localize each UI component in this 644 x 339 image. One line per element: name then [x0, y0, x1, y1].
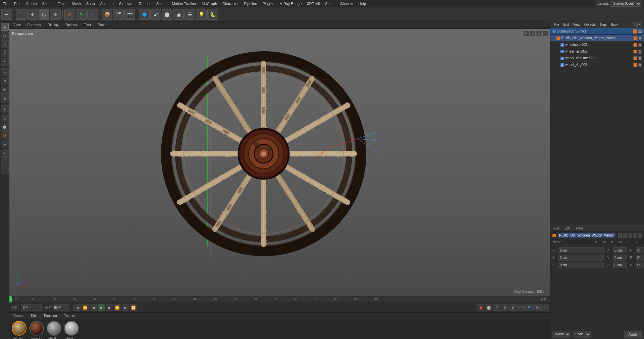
- filter-btn[interactable]: Filter: [82, 22, 93, 28]
- obj-objects-btn[interactable]: Objects: [583, 23, 597, 26]
- obj-tags-btn[interactable]: Tags: [598, 23, 608, 26]
- timeline-tool7[interactable]: ⊞: [533, 304, 541, 311]
- attr-view-btn[interactable]: View: [574, 226, 584, 230]
- menu-item-script[interactable]: Script: [322, 2, 337, 6]
- attr-x-input[interactable]: [558, 247, 604, 253]
- attr-h-input[interactable]: [636, 247, 644, 253]
- obj-mgr-icon2[interactable]: ✕: [637, 22, 642, 27]
- timeline-tool1[interactable]: ⬤: [485, 304, 492, 311]
- select-tool-btn[interactable]: ⬛: [16, 9, 26, 20]
- next-key-btn[interactable]: ▶: [106, 304, 113, 311]
- material-item-3[interactable]: wheel_r...: [64, 321, 79, 339]
- tool-knife-btn[interactable]: ⌇: [1, 105, 9, 113]
- prev-key-btn[interactable]: ◀: [90, 304, 97, 311]
- menu-item-simulate[interactable]: Simulate: [116, 2, 136, 6]
- viewport-icon-3[interactable]: ◎: [536, 31, 542, 36]
- menu-item-animate[interactable]: Animate: [98, 2, 116, 6]
- go-start-btn[interactable]: ⏮: [73, 304, 81, 311]
- obj-item-rustic[interactable]: Rustic_Old_Wooden_Wagon_Wheel: [550, 35, 644, 42]
- tool-edge-btn[interactable]: ╱: [1, 49, 9, 57]
- tool-circle2-btn[interactable]: ○: [1, 166, 9, 174]
- play-btn[interactable]: ▶: [98, 304, 105, 311]
- next-frame-btn[interactable]: ⏩: [114, 304, 121, 311]
- record-btn[interactable]: ⏺: [477, 304, 484, 311]
- rotate-tool-btn[interactable]: ⭮: [39, 9, 49, 20]
- tool-transform-btn[interactable]: ⊞: [1, 94, 9, 103]
- lamp-btn[interactable]: 💡: [196, 9, 207, 20]
- mat-function-btn[interactable]: Function: [42, 313, 59, 319]
- obj-item-wheelring[interactable]: ▲ wheel_ring002: [550, 62, 644, 68]
- fps-input[interactable]: [53, 304, 69, 311]
- timeline-tool2[interactable]: ?: [493, 304, 500, 311]
- attr-z-input[interactable]: [558, 262, 604, 268]
- menu-item-motion-tracker[interactable]: Motion Tracker: [169, 2, 199, 6]
- move-tool-btn[interactable]: ✛: [27, 9, 38, 20]
- viewport-3d[interactable]: Perspective Grid Spacing : 100 cm ⇱ ✛ ◎ …: [9, 29, 550, 296]
- tool-mode-btn[interactable]: ◈: [1, 23, 9, 31]
- options-btn[interactable]: Options: [63, 22, 79, 28]
- python-btn[interactable]: 🐍: [207, 9, 218, 20]
- render-region-btn[interactable]: 🎬: [113, 9, 124, 20]
- apply-button[interactable]: Apply: [624, 331, 642, 338]
- panel-btn[interactable]: Panel: [96, 22, 109, 28]
- tool-stamp-btn[interactable]: ◻: [1, 157, 9, 165]
- menu-item-plugins[interactable]: Plugins: [260, 2, 277, 6]
- tool-layers-btn[interactable]: ≡: [1, 149, 9, 157]
- menu-item-window[interactable]: Window: [337, 2, 356, 6]
- loop-btn[interactable]: 🔁: [130, 304, 137, 311]
- tool-point-btn[interactable]: •: [1, 58, 9, 66]
- tool-bridge-btn[interactable]: ⌶: [1, 114, 9, 122]
- polygon-btn[interactable]: 🔷: [139, 9, 150, 20]
- timeline-tool8[interactable]: ◻: [541, 304, 549, 311]
- mat-edit-btn[interactable]: Edit: [29, 313, 39, 319]
- viewport-icon-2[interactable]: ✛: [530, 31, 535, 36]
- obj-item-wheelrails[interactable]: ▲ wheel_rails002: [550, 48, 644, 55]
- obj-item-wheelringouter[interactable]: ▲ wheel_ringOuter002: [550, 55, 644, 62]
- toggle-btn[interactable]: ☰: [184, 9, 195, 20]
- mat-create-btn[interactable]: Create: [11, 313, 25, 319]
- grid-btn[interactable]: ▣: [173, 9, 184, 20]
- material-item-0[interactable]: old_wo...: [11, 321, 27, 339]
- tool-move-btn[interactable]: ⊹: [1, 68, 9, 76]
- menu-item-create[interactable]: Create: [23, 2, 40, 6]
- obj-mgr-icon1[interactable]: ⬛: [632, 22, 637, 27]
- attr-y-input[interactable]: [558, 255, 604, 261]
- menu-item-sculpt[interactable]: Sculpt: [154, 2, 169, 6]
- render-btn[interactable]: 📷: [124, 9, 135, 20]
- menu-item-character[interactable]: Character: [220, 2, 241, 6]
- tool-scale2-btn[interactable]: ⇱: [1, 86, 9, 94]
- attr-b-input[interactable]: [636, 262, 644, 268]
- timeline-tool6[interactable]: P: [525, 304, 533, 311]
- menu-item-file[interactable]: File: [0, 2, 11, 6]
- menu-item-3dtoall[interactable]: 3DToAll: [304, 2, 322, 6]
- cube-btn[interactable]: 📦: [102, 9, 112, 20]
- frame-input[interactable]: [21, 304, 42, 311]
- view-btn[interactable]: View: [11, 22, 23, 28]
- circle-btn[interactable]: ⬤: [162, 9, 172, 20]
- tool-extrude-btn[interactable]: ⬤: [1, 123, 9, 131]
- timeline-ruler[interactable]: 0 5 10 15 20 25 30 35 40 45 50 55 60 65 …: [9, 296, 550, 303]
- attr-p-input[interactable]: [636, 255, 644, 261]
- go-end-btn[interactable]: ⏭: [122, 304, 129, 311]
- y-axis-btn[interactable]: Y: [76, 9, 87, 20]
- menu-item-select[interactable]: Select: [40, 2, 55, 6]
- viewport-icon-4[interactable]: ⬛: [543, 31, 548, 36]
- material-item-2[interactable]: wheeln...: [46, 321, 62, 339]
- tool-swipe-btn[interactable]: ↬: [1, 140, 9, 148]
- attr-edit-btn[interactable]: Edit: [563, 226, 572, 230]
- menu-item-snap[interactable]: Snap: [84, 2, 98, 6]
- obj-view-btn[interactable]: View: [572, 23, 582, 26]
- menu-item-mograph[interactable]: MoGraph: [199, 2, 220, 6]
- menu-item-tools[interactable]: Tools: [55, 2, 69, 6]
- obj-file-btn[interactable]: File: [552, 23, 560, 26]
- menu-item-help[interactable]: Help: [356, 2, 369, 6]
- display-btn[interactable]: Display: [46, 22, 61, 28]
- mat-texture-btn[interactable]: Texture: [62, 313, 77, 319]
- layout-dropdown[interactable]: Startup (User): [610, 1, 641, 7]
- menu-item-pipeline[interactable]: Pipeline: [241, 2, 260, 6]
- cameras-btn[interactable]: Cameras: [25, 22, 43, 28]
- timeline-tool3[interactable]: ⊕: [501, 304, 508, 311]
- scale-select[interactable]: Scale: [573, 331, 591, 338]
- attr-y2-input[interactable]: [613, 255, 627, 261]
- obj-edit-btn[interactable]: Edit: [562, 23, 570, 26]
